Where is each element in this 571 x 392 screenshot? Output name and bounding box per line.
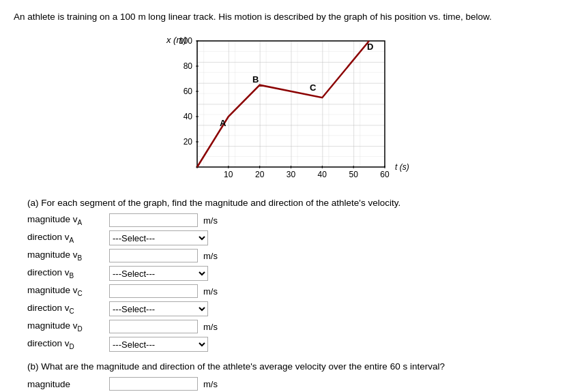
magnitude-vC-label: magnitude vC [27, 285, 109, 297]
magnitude-vA-row: magnitude vA m/s [27, 213, 557, 227]
segment-label-B: B [252, 74, 259, 85]
magnitude-vA-unit: m/s [203, 215, 218, 226]
y-tick-40: 40 [183, 112, 192, 121]
graph-container: x (m) 20 40 [14, 31, 557, 187]
problem-description: An athlete is training on a 100 m long l… [14, 10, 557, 24]
magnitude-avg-row: magnitude m/s [27, 377, 557, 391]
x-tick-10: 10 [224, 170, 233, 179]
chart-wrap: x (m) 20 40 [160, 31, 412, 187]
y-tick-100: 100 [178, 36, 192, 46]
direction-vC-select[interactable]: ---Select--- positive (+x) negative (-x)… [109, 301, 208, 316]
direction-vA-select[interactable]: ---Select--- positive (+x) negative (-x)… [109, 230, 208, 245]
x-axis-label: t (s) [395, 162, 409, 172]
magnitude-vB-label: magnitude vB [27, 250, 109, 262]
magnitude-vB-input[interactable] [109, 249, 198, 262]
magnitude-vA-label: magnitude vA [27, 214, 109, 226]
position-time-graph: x (m) 20 40 [160, 31, 412, 187]
magnitude-avg-label: magnitude [27, 379, 109, 389]
magnitude-vC-unit: m/s [203, 286, 218, 297]
magnitude-vD-unit: m/s [203, 322, 218, 332]
direction-vA-label: direction vA [27, 232, 109, 244]
magnitude-vD-row: magnitude vD m/s [27, 320, 557, 333]
x-tick-30: 30 [286, 170, 295, 179]
y-tick-60: 60 [183, 87, 192, 96]
direction-vB-row: direction vB ---Select--- positive (+x) … [27, 266, 557, 281]
magnitude-vD-input[interactable] [109, 320, 198, 333]
magnitude-avg-input[interactable] [109, 377, 198, 391]
magnitude-vC-row: magnitude vC m/s [27, 284, 557, 298]
direction-vA-row: direction vA ---Select--- positive (+x) … [27, 230, 557, 245]
part-a-question: (a) For each segment of the graph, find … [27, 198, 557, 208]
magnitude-vC-input[interactable] [109, 284, 198, 298]
y-tick-80: 80 [183, 61, 192, 71]
direction-vC-row: direction vC ---Select--- positive (+x) … [27, 301, 557, 316]
magnitude-vB-unit: m/s [203, 251, 218, 261]
direction-vB-label: direction vB [27, 267, 109, 280]
part-a-section: (a) For each segment of the graph, find … [27, 198, 557, 352]
direction-vC-label: direction vC [27, 303, 109, 315]
chart-grid [197, 41, 385, 167]
x-tick-60: 60 [380, 170, 390, 179]
segment-label-A: A [220, 118, 226, 128]
segment-label-D: D [367, 42, 373, 52]
part-b-section: (b) What are the magnitude and direction… [27, 361, 557, 392]
direction-vD-row: direction vD ---Select--- positive (+x) … [27, 337, 557, 352]
segment-label-C: C [310, 82, 317, 93]
magnitude-avg-unit: m/s [203, 379, 218, 389]
magnitude-vB-row: magnitude vB m/s [27, 249, 557, 262]
x-tick-40: 40 [317, 170, 327, 179]
magnitude-vD-label: magnitude vD [27, 320, 109, 333]
direction-vB-select[interactable]: ---Select--- positive (+x) negative (-x)… [109, 266, 208, 281]
x-tick-50: 50 [349, 170, 358, 179]
direction-vD-label: direction vD [27, 338, 109, 350]
part-b-question: (b) What are the magnitude and direction… [27, 361, 557, 372]
y-tick-20: 20 [183, 137, 192, 147]
x-tick-20: 20 [255, 170, 265, 179]
direction-vD-select[interactable]: ---Select--- positive (+x) negative (-x)… [109, 337, 208, 352]
magnitude-vA-input[interactable] [109, 213, 198, 227]
